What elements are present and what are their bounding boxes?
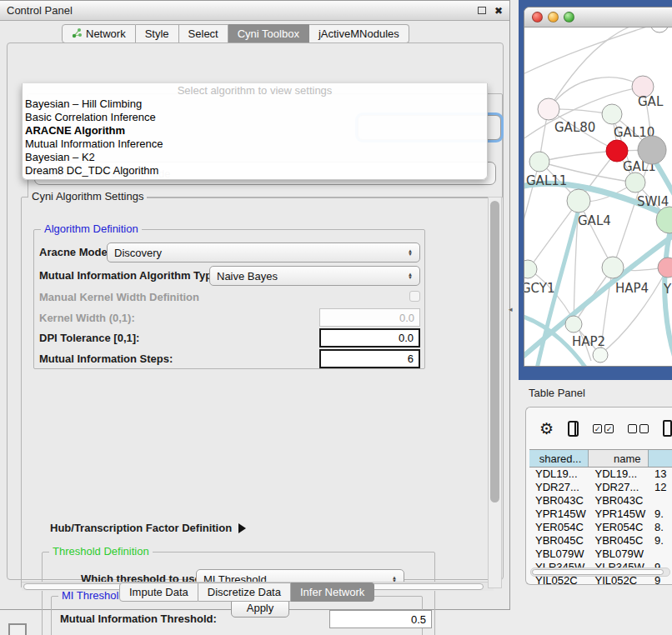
checked-box-icon: ✓ <box>593 424 602 433</box>
unchecked-box-icon <box>639 424 649 433</box>
scrollbar-thumb[interactable] <box>490 201 499 502</box>
table-cell: YDR27... <box>589 481 649 494</box>
minimized-widget[interactable] <box>8 623 27 635</box>
table-cell: YBR043C <box>529 494 589 508</box>
node-label: Y <box>663 282 672 297</box>
tab-jactivemnodules[interactable]: jActiveMNodules <box>309 24 409 43</box>
table-cell: YDR27... <box>529 481 589 494</box>
node-label: GAL4 <box>578 213 611 228</box>
table-cell: YBR045C <box>589 534 649 548</box>
deselect-all-columns-icon[interactable] <box>628 424 649 433</box>
kernel-width-field: 0.0 <box>319 308 420 327</box>
algorithm-option[interactable]: Basic Correlation Inference <box>23 111 487 124</box>
algorithm-option[interactable]: Bayesian – K2 <box>23 151 487 164</box>
table-cell <box>649 494 672 508</box>
tab-discretize-data[interactable]: Discretize Data <box>198 582 291 602</box>
table-cell: 9. <box>649 508 672 521</box>
network-node-hap4[interactable] <box>602 257 624 278</box>
tab-label: Style <box>145 28 169 40</box>
close-icon[interactable]: ✖ <box>494 5 503 17</box>
zoom-traffic-light[interactable] <box>564 12 574 22</box>
cyni-algorithm-settings-group: Cyni Algorithm Settings Algorithm Defini… <box>21 197 493 588</box>
network-node-gal11[interactable] <box>529 152 549 172</box>
control-panel-content: Inference Algorithm gal-filtered sif def… <box>7 42 504 580</box>
tab-impute-data[interactable]: Impute Data <box>119 582 198 602</box>
control-panel-titlebar[interactable]: Control Panel ✖ <box>0 1 509 21</box>
network-node[interactable] <box>593 348 608 362</box>
table-cell: YER054C <box>529 521 589 534</box>
algorithm-option[interactable]: Bayesian – Hill Climbing <box>23 98 487 111</box>
table-row[interactable]: YDL19...YDL19...13 <box>529 468 672 481</box>
network-node[interactable] <box>625 172 645 192</box>
network-canvas[interactable]: GALGAL80GAL10GAL1GAL11SWI4GAL4GCY1HAP4YH… <box>524 28 672 367</box>
tab-select[interactable]: Select <box>179 24 228 43</box>
mi-threshold-label: Mutual Information Threshold: <box>60 612 217 625</box>
dpi-tolerance-label: DPI Tolerance [0,1]: <box>39 332 139 344</box>
network-node-y[interactable] <box>658 258 672 278</box>
table-row[interactable]: YDR27...YDR27...12 <box>529 481 672 494</box>
table-cell: YBL079W <box>589 548 649 561</box>
node-label: HAP4 <box>615 281 649 296</box>
table-panel-title: Table Panel <box>529 387 585 399</box>
mi-type-combo[interactable]: Naive Bayes ▲▼ <box>209 266 420 286</box>
gear-icon[interactable]: ⚙ <box>539 421 554 437</box>
minimize-traffic-light[interactable] <box>548 12 559 22</box>
network-node[interactable] <box>638 136 666 164</box>
tab-label: Network <box>86 28 126 40</box>
tab-infer-network[interactable]: Infer Network <box>291 582 374 602</box>
network-node-gcy1[interactable] <box>524 260 537 278</box>
cyni-bottom-tabs: Impute DataDiscretize DataInfer Network <box>119 582 374 602</box>
table-cell: YBR045C <box>529 534 589 548</box>
network-node[interactable] <box>650 28 669 32</box>
tab-network[interactable]: Network <box>62 24 136 43</box>
tab-cyni-toolbox[interactable]: Cyni Toolbox <box>228 24 309 43</box>
control-panel-tabs: NetworkStyleSelectCyni ToolboxjActiveMNo… <box>62 24 409 43</box>
mi-steps-field[interactable]: 6 <box>319 349 420 368</box>
aracne-mode-label: Aracne Mode: <box>39 246 111 258</box>
column-header[interactable]: shared... <box>529 450 589 467</box>
select-all-columns-icon[interactable]: ✓✓ <box>593 424 614 433</box>
table-cell: YBR043C <box>589 494 649 508</box>
algorithm-definition-title: Algorithm Definition <box>41 222 142 235</box>
scrollbar-thumb[interactable] <box>532 569 664 575</box>
close-traffic-light[interactable] <box>532 12 543 22</box>
node-table: shared...name YDL19...YDL19...13YDR27...… <box>529 449 672 585</box>
threshold-definition-title: Threshold Definition <box>49 545 153 558</box>
unchecked-box-icon <box>628 424 637 433</box>
collapsed-arrow-icon <box>238 523 246 533</box>
tab-style[interactable]: Style <box>136 24 179 43</box>
settings-vertical-scrollbar[interactable] <box>488 197 502 588</box>
mi-threshold-field[interactable]: 0.5 <box>329 610 432 628</box>
table-row[interactable]: YER054CYER054C8. <box>529 521 672 534</box>
algorithm-option[interactable]: ARACNE Algorithm <box>23 124 487 138</box>
algorithm-option[interactable]: Dream8 DC_TDC Algorithm <box>23 164 487 178</box>
table-horizontal-scrollbar[interactable] <box>530 568 670 577</box>
export-table-icon[interactable] <box>663 420 672 437</box>
aracne-mode-combo[interactable]: Discovery ▲▼ <box>107 242 420 262</box>
network-node-hap2[interactable] <box>565 316 582 332</box>
table-row[interactable]: YBR043CYBR043C <box>529 494 672 508</box>
column-header[interactable] <box>649 450 672 467</box>
node-label: HAP2 <box>572 334 605 349</box>
column-header[interactable]: name <box>589 450 648 467</box>
table-row[interactable]: YBR045CYBR045C9. <box>529 534 672 548</box>
tab-label: Select <box>188 28 218 40</box>
table-cell: YPR145W <box>529 508 589 521</box>
panel-collapse-arrow[interactable]: ◂ <box>509 305 513 313</box>
table-row[interactable]: YPR145WYPR145W9. <box>529 508 672 521</box>
table-row[interactable]: YBL079WYBL079W <box>529 548 672 561</box>
network-node-gal4[interactable] <box>567 189 590 212</box>
mi-type-label: Mutual Information Algorithm Type: <box>39 269 222 282</box>
network-window-titlebar[interactable] <box>524 8 672 28</box>
table-cell: 8. <box>649 521 672 534</box>
hub-definition-toggle[interactable]: Hub/Transcription Factor Definition <box>50 522 246 534</box>
kernel-width-value: 0.0 <box>399 312 414 324</box>
network-node-gal10[interactable] <box>602 104 622 124</box>
algorithm-option[interactable]: Mutual Information Inference <box>23 138 487 151</box>
network-icon <box>72 28 83 41</box>
dpi-tolerance-field[interactable]: 0.0 <box>319 328 420 348</box>
table-cell: YPR145W <box>589 508 649 521</box>
float-window-icon[interactable] <box>478 7 486 14</box>
columns-icon[interactable] <box>568 421 579 437</box>
network-node-gal80[interactable] <box>538 98 559 120</box>
